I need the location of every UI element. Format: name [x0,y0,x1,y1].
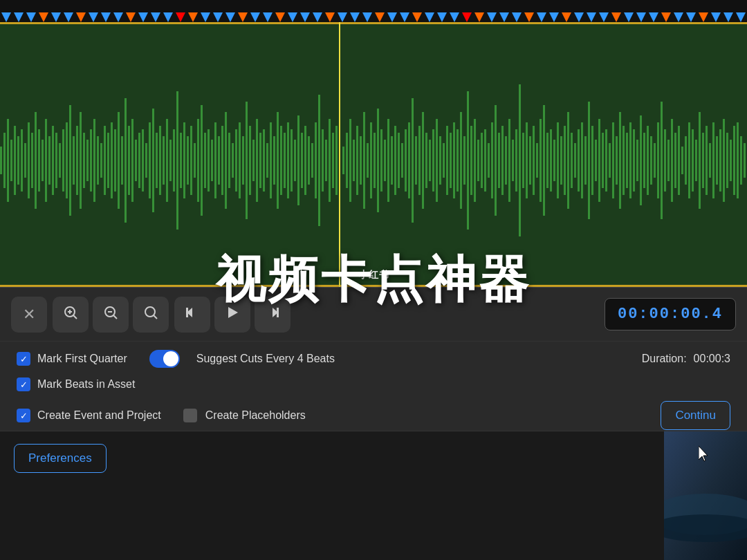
svg-rect-62 [211,140,213,181]
zoom-in-icon [62,304,79,324]
beat-marker [101,12,111,22]
svg-rect-204 [706,126,708,195]
create-placeholders-option[interactable]: Create Placeholders [183,409,306,422]
svg-rect-145 [501,126,504,195]
beat-marker [425,12,434,22]
mark-first-quarter-checkbox[interactable]: ✓ [17,352,30,366]
svg-rect-179 [619,112,621,209]
beat-marker [624,12,634,22]
svg-rect-43 [145,143,147,178]
svg-rect-92 [315,122,317,198]
svg-rect-100 [346,133,348,188]
svg-rect-171 [591,126,593,195]
svg-rect-198 [685,136,687,185]
svg-rect-40 [135,140,137,181]
svg-rect-127 [439,136,441,185]
svg-rect-170 [588,102,590,219]
beat-marker [76,12,86,22]
close-icon: ✕ [23,306,35,324]
svg-rect-94 [322,129,324,192]
beat-marker [537,12,546,22]
beat-marker [176,12,185,22]
svg-rect-131 [453,122,455,198]
svg-rect-10 [31,133,33,188]
svg-rect-84 [287,122,289,198]
svg-rect-26 [86,140,89,181]
zoom-fit-button[interactable] [133,297,169,333]
svg-rect-36 [121,136,123,185]
svg-rect-119 [412,98,414,223]
svg-rect-25 [83,133,85,188]
svg-rect-9 [28,122,30,198]
svg-rect-5 [14,126,16,195]
continue-button[interactable]: Continu [661,401,730,430]
skip-forward-button[interactable] [255,297,290,333]
create-placeholders-checkbox[interactable] [183,409,197,422]
svg-rect-53 [180,133,182,188]
svg-rect-96 [329,119,331,202]
beat-marker [649,12,658,22]
svg-rect-133 [460,112,462,209]
options-bar: ✓ Mark First Quarter Suggest Cuts Every … [0,341,747,431]
beat-marker [736,12,746,22]
thumbnail [664,431,747,560]
svg-rect-136 [470,126,472,195]
svg-rect-38 [128,126,130,195]
zoom-out-button[interactable] [93,297,129,333]
zoom-in-button[interactable] [53,297,89,333]
svg-rect-206 [712,122,714,198]
svg-rect-211 [730,140,732,181]
suggest-cuts-option[interactable]: Suggest Cuts Every 4 Beats [149,350,343,368]
beat-marker [686,12,696,22]
svg-rect-132 [456,129,459,192]
svg-rect-12 [38,129,40,192]
svg-rect-134 [463,136,465,185]
beat-marker [400,12,409,22]
mark-first-quarter-option[interactable]: ✓ Mark First Quarter [17,352,127,366]
beat-marker [225,12,235,22]
svg-rect-76 [259,133,261,188]
skip-back-button[interactable] [174,297,210,333]
svg-rect-124 [429,140,431,181]
timecode-display: 00:00:00.4 [605,298,736,330]
playhead[interactable] [339,22,340,287]
svg-rect-155 [536,143,538,178]
svg-rect-85 [290,129,293,192]
mark-first-quarter-label: Mark First Quarter [37,353,127,365]
svg-rect-121 [418,126,421,195]
beat-markers [0,0,747,22]
svg-rect-184 [636,140,638,181]
svg-rect-34 [114,129,116,192]
svg-rect-151 [522,133,524,188]
suggest-cuts-toggle[interactable] [149,350,180,368]
svg-rect-22 [73,136,75,185]
suggest-cuts-label: Suggest Cuts Every 4 Beats [196,353,335,365]
close-button[interactable]: ✕ [11,297,47,333]
waveform-canvas[interactable]: 小红书 [0,22,747,287]
svg-rect-182 [629,122,631,198]
svg-rect-50 [169,140,172,181]
svg-rect-28 [93,119,95,202]
mark-beats-checkbox[interactable]: ✓ [17,377,30,391]
playback-controls [174,297,290,333]
svg-rect-147 [508,119,510,202]
svg-rect-166 [574,143,576,178]
svg-rect-99 [342,147,344,174]
mark-beats-option[interactable]: ✓ Mark Beats in Asset [17,377,135,391]
preferences-button[interactable]: Preferences [14,444,107,473]
svg-rect-143 [495,105,497,216]
svg-rect-199 [688,122,690,198]
play-button[interactable] [214,297,250,333]
beat-marker [450,12,459,22]
create-event-option[interactable]: ✓ Create Event and Project [17,409,161,422]
svg-rect-193 [667,140,670,181]
svg-rect-201 [695,140,697,181]
svg-rect-67 [228,133,230,188]
create-event-checkbox[interactable]: ✓ [17,409,30,422]
mark-beats-label: Mark Beats in Asset [37,378,135,391]
svg-rect-111 [384,140,386,181]
svg-rect-116 [401,143,403,178]
beat-marker [188,12,198,22]
svg-rect-83 [284,133,286,188]
svg-rect-23 [76,126,78,195]
